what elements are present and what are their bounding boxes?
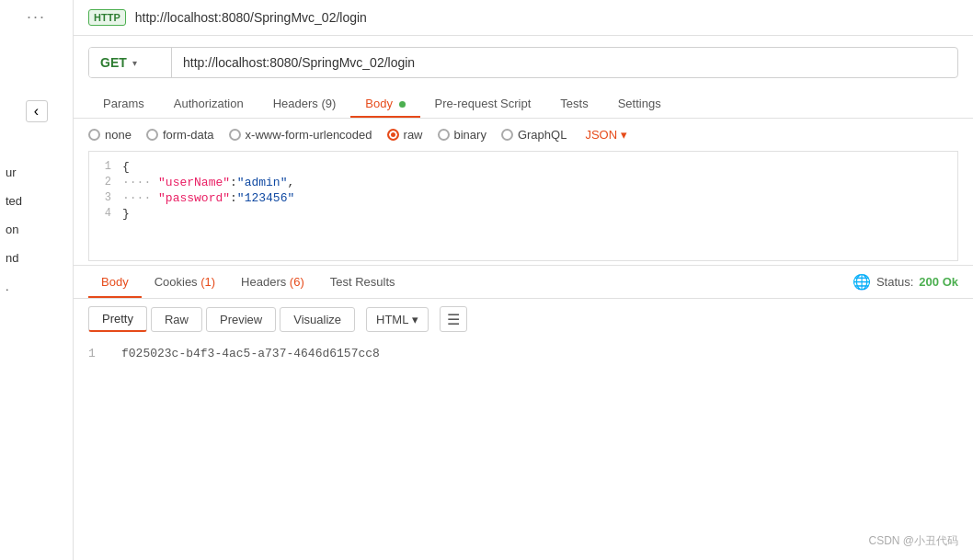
watermark: CSDN @小丑代码 — [868, 533, 958, 549]
radio-circle-binary — [438, 129, 450, 141]
sidebar-collapse-button[interactable]: ‹ — [26, 100, 48, 122]
main-content: HTTP http://localhost:8080/SpringMvc_02/… — [74, 0, 973, 560]
format-raw-button[interactable]: Raw — [151, 307, 202, 332]
tab-authorization[interactable]: Authorization — [159, 89, 258, 118]
resp-line-1: 1 f025023c-b4f3-4ac5-a737-4646d6157cc8 — [88, 347, 958, 360]
filter-icon: ☰ — [447, 311, 460, 328]
html-format-selector[interactable]: HTML ▾ — [366, 307, 429, 332]
radio-form-data[interactable]: form-data — [146, 128, 214, 142]
sidebar: ··· ‹ ur ted on nd . — [0, 0, 74, 560]
request-section: GET ▾ Params Authorization Headers (9) B… — [74, 36, 973, 119]
radio-graphql[interactable]: GraphQL — [501, 128, 567, 142]
json-key-username: "userName" — [158, 176, 230, 189]
line-number-1: 1 — [89, 160, 122, 173]
tab-settings[interactable]: Settings — [603, 89, 676, 118]
format-pretty-button[interactable]: Pretty — [88, 306, 147, 332]
line-content-4: } — [122, 207, 130, 221]
method-selector[interactable]: GET ▾ — [89, 48, 172, 77]
radio-label-none: none — [105, 128, 132, 142]
tab-pre-request[interactable]: Pre-request Script — [420, 89, 546, 118]
http-badge: HTTP — [88, 9, 126, 26]
response-section: Body Cookies (1) Headers (6) Test Result… — [74, 265, 973, 368]
radio-urlencoded[interactable]: x-www-form-urlencoded — [229, 128, 372, 142]
radio-label-urlencoded: x-www-form-urlencoded — [246, 128, 372, 142]
format-visualize-button[interactable]: Visualize — [280, 307, 355, 332]
json-indent-dots-2: ···· — [122, 176, 151, 189]
response-body-toolbar: Pretty Raw Preview Visualize HTML ▾ ☰ — [74, 299, 973, 339]
radio-circle-form-data — [146, 129, 158, 141]
status-value: 200 Ok — [919, 275, 958, 289]
radio-circle-graphql — [501, 129, 513, 141]
method-url-row: GET ▾ — [88, 47, 958, 78]
url-bar: HTTP http://localhost:8080/SpringMvc_02/… — [74, 0, 973, 36]
http-label: HTTP — [94, 12, 120, 23]
response-tabs: Body Cookies (1) Headers (6) Test Result… — [74, 266, 973, 299]
code-line-3: 3 ···· "password":"123456" — [89, 190, 957, 206]
radio-circle-none — [88, 129, 100, 141]
method-label: GET — [100, 55, 127, 70]
resp-tab-cookies[interactable]: Cookies (1) — [142, 266, 228, 298]
response-content: 1 f025023c-b4f3-4ac5-a737-4646d6157cc8 — [74, 339, 973, 368]
code-line-1: 1 { — [89, 159, 957, 175]
radio-label-graphql: GraphQL — [518, 128, 567, 142]
html-label: HTML — [376, 313, 408, 326]
status-label: Status: — [876, 275, 913, 289]
sidebar-items: ur ted on nd . — [6, 166, 22, 308]
json-indent-dots-3: ···· — [122, 191, 151, 205]
line-content-1: { — [122, 160, 130, 174]
line-number-4: 4 — [89, 207, 122, 220]
radio-label-raw: raw — [404, 128, 423, 142]
radio-label-form-data: form-data — [163, 128, 214, 142]
resp-tab-body[interactable]: Body — [88, 266, 142, 298]
headers-count: (6) — [290, 275, 304, 289]
chevron-left-icon: ‹ — [34, 103, 39, 120]
resp-tab-headers[interactable]: Headers (6) — [228, 266, 317, 298]
sidebar-item-ur: ur — [6, 166, 22, 179]
radio-none[interactable]: none — [88, 128, 132, 142]
json-key-password: "password" — [158, 191, 230, 205]
filter-button[interactable]: ☰ — [440, 306, 467, 332]
line-number-2: 2 — [89, 176, 122, 189]
sidebar-item-on: on — [6, 223, 22, 236]
url-input[interactable] — [172, 48, 957, 77]
cookies-count: (1) — [200, 275, 215, 289]
radio-raw[interactable]: raw — [387, 128, 423, 142]
sidebar-item-nd: nd — [6, 251, 22, 265]
resp-tab-test-results[interactable]: Test Results — [317, 266, 408, 298]
request-tabs: Params Authorization Headers (9) Body Pr… — [88, 89, 958, 118]
radio-label-binary: binary — [454, 128, 486, 142]
html-chevron-icon: ▾ — [412, 313, 418, 326]
line-number-3: 3 — [89, 191, 122, 204]
json-value-username: "admin" — [237, 176, 288, 189]
format-preview-button[interactable]: Preview — [206, 307, 276, 332]
globe-icon: 🌐 — [853, 273, 871, 291]
tab-headers[interactable]: Headers (9) — [258, 89, 351, 118]
json-type-selector[interactable]: JSON ▾ — [585, 128, 627, 142]
tab-body[interactable]: Body — [350, 89, 419, 118]
json-label: JSON — [585, 128, 617, 142]
json-chevron-icon: ▾ — [621, 128, 627, 142]
code-editor[interactable]: 1 { 2 ···· "userName":"admin", 3 ···· "p… — [88, 151, 958, 261]
code-line-2: 2 ···· "userName":"admin", — [89, 175, 957, 190]
sidebar-item-dot: . — [6, 280, 22, 293]
sidebar-dots: ··· — [27, 7, 46, 27]
tab-tests[interactable]: Tests — [545, 89, 602, 118]
radio-binary[interactable]: binary — [438, 128, 486, 142]
chevron-down-icon: ▾ — [132, 58, 137, 68]
line-content-3: ···· "password":"123456" — [122, 191, 294, 205]
code-line-4: 4 } — [89, 206, 957, 222]
status-area: 🌐 Status: 200 Ok — [853, 273, 958, 291]
radio-circle-raw — [387, 129, 399, 141]
resp-line-number-1: 1 — [88, 347, 107, 360]
tab-params[interactable]: Params — [88, 89, 159, 118]
body-dot — [399, 101, 406, 108]
body-type-row: none form-data x-www-form-urlencoded raw… — [74, 119, 973, 151]
json-value-password: "123456" — [237, 191, 294, 205]
url-display: http://localhost:8080/SpringMvc_02/login — [135, 10, 367, 25]
resp-line-text-1: f025023c-b4f3-4ac5-a737-4646d6157cc8 — [121, 347, 380, 360]
line-content-2: ···· "userName":"admin", — [122, 176, 294, 189]
radio-circle-urlencoded — [229, 129, 241, 141]
sidebar-item-ted: ted — [6, 194, 22, 208]
